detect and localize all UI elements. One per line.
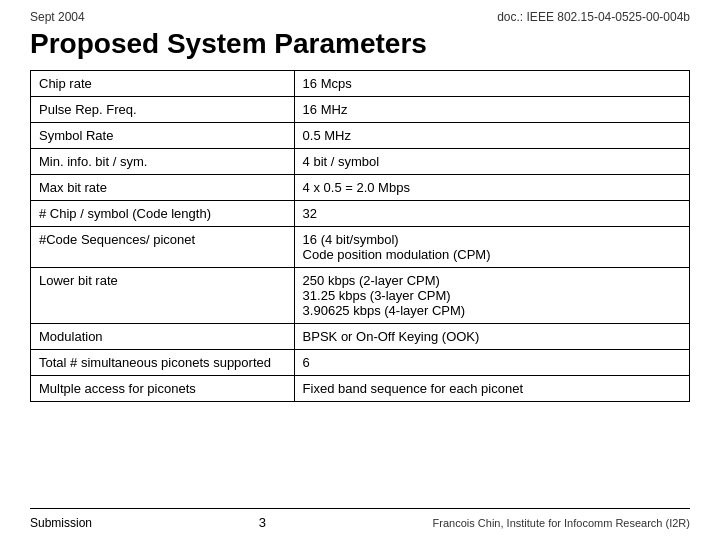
row-value: 4 x 0.5 = 2.0 Mbps [294, 175, 689, 201]
header-doc: doc.: IEEE 802.15-04-0525-00-004b [497, 10, 690, 24]
row-value: 16 Mcps [294, 71, 689, 97]
table-row: Pulse Rep. Freq.16 MHz [31, 97, 690, 123]
row-label: Chip rate [31, 71, 295, 97]
row-label: Total # simultaneous piconets supported [31, 350, 295, 376]
table-row: Max bit rate4 x 0.5 = 2.0 Mbps [31, 175, 690, 201]
row-label: Modulation [31, 324, 295, 350]
table-row: Multple access for piconetsFixed band se… [31, 376, 690, 402]
row-label: Max bit rate [31, 175, 295, 201]
row-value: BPSK or On-Off Keying (OOK) [294, 324, 689, 350]
page-title: Proposed System Parameters [30, 28, 690, 60]
row-value: 32 [294, 201, 689, 227]
parameters-table: Chip rate16 McpsPulse Rep. Freq.16 MHzSy… [30, 70, 690, 402]
row-label: #Code Sequences/ piconet [31, 227, 295, 268]
row-label: Min. info. bit / sym. [31, 149, 295, 175]
table-row: Lower bit rate250 kbps (2-layer CPM)31.2… [31, 268, 690, 324]
row-label: Multple access for piconets [31, 376, 295, 402]
page: Sept 2004 doc.: IEEE 802.15-04-0525-00-0… [0, 0, 720, 540]
row-value: 4 bit / symbol [294, 149, 689, 175]
header: Sept 2004 doc.: IEEE 802.15-04-0525-00-0… [30, 10, 690, 24]
footer-page: 3 [259, 515, 266, 530]
table-row: Symbol Rate0.5 MHz [31, 123, 690, 149]
table-container: Chip rate16 McpsPulse Rep. Freq.16 MHzSy… [30, 70, 690, 502]
row-value: Fixed band sequence for each piconet [294, 376, 689, 402]
table-row: # Chip / symbol (Code length)32 [31, 201, 690, 227]
row-value: 16 MHz [294, 97, 689, 123]
footer: Submission 3 Francois Chin, Institute fo… [30, 508, 690, 530]
table-row: #Code Sequences/ piconet16 (4 bit/symbol… [31, 227, 690, 268]
footer-author: Francois Chin, Institute for Infocomm Re… [433, 517, 690, 529]
row-label: Symbol Rate [31, 123, 295, 149]
row-value: 250 kbps (2-layer CPM)31.25 kbps (3-laye… [294, 268, 689, 324]
table-row: ModulationBPSK or On-Off Keying (OOK) [31, 324, 690, 350]
header-date: Sept 2004 [30, 10, 85, 24]
row-value: 16 (4 bit/symbol)Code position modulatio… [294, 227, 689, 268]
row-label: Lower bit rate [31, 268, 295, 324]
row-value: 6 [294, 350, 689, 376]
row-label: Pulse Rep. Freq. [31, 97, 295, 123]
table-row: Chip rate16 Mcps [31, 71, 690, 97]
table-row: Min. info. bit / sym.4 bit / symbol [31, 149, 690, 175]
footer-submission: Submission [30, 516, 92, 530]
row-label: # Chip / symbol (Code length) [31, 201, 295, 227]
row-value: 0.5 MHz [294, 123, 689, 149]
table-row: Total # simultaneous piconets supported6 [31, 350, 690, 376]
